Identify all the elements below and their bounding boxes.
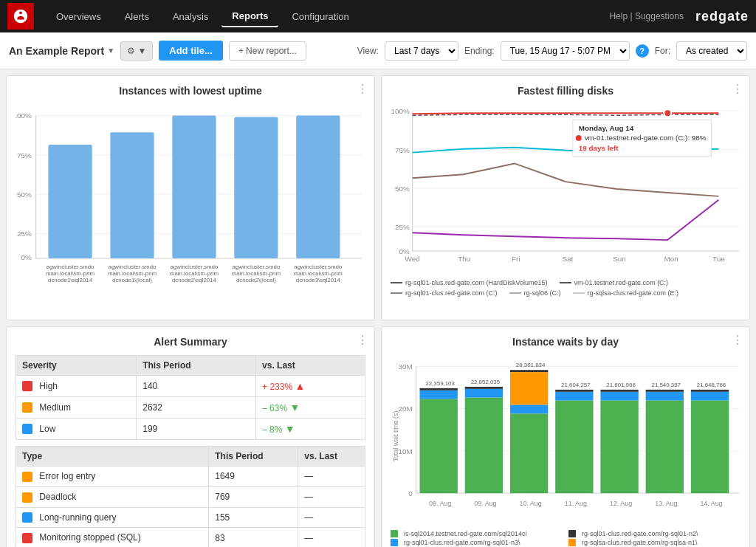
svg-rect-79 bbox=[510, 413, 548, 493]
main-content: ⋮ Instances with lowest uptime 100% 75% … bbox=[0, 69, 756, 547]
svg-text:100%: 100% bbox=[16, 111, 32, 120]
table-row: Monitoring stopped (SQL) 83 — bbox=[16, 528, 365, 547]
error-log-period: 1649 bbox=[209, 467, 298, 487]
svg-rect-78 bbox=[510, 405, 548, 414]
toolbar: An Example Report ▼ ⚙ ▼ Add tile... + Ne… bbox=[0, 32, 756, 69]
low-severity-indicator bbox=[22, 424, 32, 434]
filling-disks-legend: rg-sql01-clus.red-gate.com (HardDiskVolu… bbox=[391, 279, 740, 297]
view-controls: View: Last 7 days Ending: Tue, 15 Aug 17… bbox=[357, 41, 747, 61]
high-severity-indicator bbox=[22, 381, 32, 391]
nav-item-configuration[interactable]: Configuration bbox=[281, 7, 359, 27]
alert-severity-table: Severity This Period vs. Last High 140 +… bbox=[16, 355, 365, 440]
svg-rect-14 bbox=[234, 117, 278, 258]
high-label: High bbox=[39, 381, 58, 391]
svg-rect-73 bbox=[465, 398, 503, 493]
instance-waits-tile: ⋮ Instance waits by day Total wait time … bbox=[381, 326, 750, 547]
svg-text:10. Aug: 10. Aug bbox=[520, 500, 542, 507]
error-log-label: Error log entry bbox=[39, 471, 95, 481]
legend-item-3: rg-sql01-clus.red-gate.com (C:) bbox=[391, 289, 498, 297]
help-icon[interactable]: ? bbox=[636, 44, 649, 58]
filling-disks-tile-menu[interactable]: ⋮ bbox=[732, 82, 743, 96]
svg-text:21,601,986: 21,601,986 bbox=[606, 382, 636, 388]
table-row: Low 199 – 8% ▼ bbox=[16, 419, 365, 440]
svg-text:75%: 75% bbox=[395, 146, 410, 154]
type-period-header: This Period bbox=[209, 447, 298, 467]
svg-rect-94 bbox=[646, 401, 684, 493]
svg-text:11. Aug: 11. Aug bbox=[565, 500, 587, 507]
monitoring-stopped-label: Monitoring stopped (SQL) bbox=[39, 532, 140, 543]
legend-item-waits-1: is-sql2014.testnet.red-gate.com/sql2014c… bbox=[391, 530, 563, 537]
view-select[interactable]: Last 7 days bbox=[385, 41, 458, 61]
add-tile-button[interactable]: Add tile... bbox=[159, 41, 223, 61]
gear-button[interactable]: ⚙ ▼ bbox=[120, 41, 153, 61]
app-logo[interactable] bbox=[7, 3, 34, 30]
low-vs-last: – 8% ▼ bbox=[256, 419, 365, 440]
legend-item-5: rg-sqlsa-clus.red-gate.com (E:) bbox=[573, 289, 679, 297]
svg-text:agwincluster.smdo: agwincluster.smdo bbox=[232, 264, 281, 270]
svg-rect-67 bbox=[420, 391, 458, 399]
uptime-tile-menu[interactable]: ⋮ bbox=[357, 82, 368, 96]
ending-label: Ending: bbox=[464, 46, 495, 56]
low-period: 199 bbox=[137, 419, 256, 440]
svg-rect-83 bbox=[555, 392, 593, 401]
new-report-button[interactable]: + New report... bbox=[229, 41, 306, 61]
nav-item-overviews[interactable]: Overviews bbox=[46, 7, 111, 27]
deadlock-label: Deadlock bbox=[39, 492, 76, 502]
nav-item-alerts[interactable]: Alerts bbox=[114, 7, 159, 27]
svg-text:dcnode1\sql2014: dcnode1\sql2014 bbox=[48, 277, 93, 283]
legend-item-4: rg-sql06 (C:) bbox=[509, 289, 561, 297]
svg-text:dcnode1\(local): dcnode1\(local) bbox=[112, 277, 152, 283]
svg-text:Mon: Mon bbox=[664, 255, 678, 263]
table-row: Error log entry 1649 — bbox=[16, 467, 365, 487]
svg-rect-15 bbox=[296, 115, 340, 258]
medium-severity-indicator bbox=[22, 402, 32, 413]
svg-text:50%: 50% bbox=[17, 190, 32, 199]
svg-text:21,540,387: 21,540,387 bbox=[652, 382, 681, 388]
monitoring-stopped-period: 83 bbox=[209, 528, 298, 547]
long-query-period: 155 bbox=[209, 507, 298, 528]
svg-rect-76 bbox=[510, 370, 548, 372]
svg-text:dcnode2\(local): dcnode2\(local) bbox=[236, 277, 276, 283]
svg-rect-71 bbox=[465, 387, 503, 389]
svg-text:09. Aug: 09. Aug bbox=[474, 500, 496, 507]
alert-summary-tile: ⋮ Alert Summary Severity This Period vs.… bbox=[6, 326, 375, 547]
view-label: View: bbox=[357, 46, 379, 56]
high-severity-cell: High bbox=[16, 376, 137, 397]
medium-severity-cell: Medium bbox=[16, 397, 137, 419]
table-row: High 140 + 233% ▲ bbox=[16, 376, 365, 397]
svg-text:10M: 10M bbox=[398, 447, 412, 455]
table-row: Medium 2632 – 63% ▼ bbox=[16, 397, 365, 419]
alert-summary-tile-menu[interactable]: ⋮ bbox=[357, 333, 368, 347]
svg-text:main.local\sm-prim: main.local\sm-prim bbox=[46, 270, 95, 277]
svg-rect-12 bbox=[110, 132, 154, 258]
medium-period: 2632 bbox=[137, 397, 256, 419]
instance-waits-legend: is-sql2014.testnet.red-gate.com/sql2014c… bbox=[391, 530, 740, 547]
help-link[interactable]: Help | Suggestions bbox=[609, 11, 684, 21]
svg-text:agwincluster.smdo: agwincluster.smdo bbox=[294, 264, 343, 270]
svg-text:main.local\sm-prim: main.local\sm-prim bbox=[170, 270, 219, 277]
for-select[interactable]: As created bbox=[676, 41, 747, 61]
uptime-title: Instances with lowest uptime bbox=[16, 85, 365, 97]
table-row: Deadlock 769 — bbox=[16, 486, 365, 507]
nav-item-analysis[interactable]: Analysis bbox=[162, 7, 219, 27]
instance-waits-tile-menu[interactable]: ⋮ bbox=[732, 333, 743, 347]
report-dropdown-arrow[interactable]: ▼ bbox=[107, 47, 114, 55]
svg-point-42 bbox=[664, 109, 671, 117]
instance-waits-title: Instance waits by day bbox=[391, 336, 740, 348]
legend-item-waits-4: rg-sqlsa-clus.red-gate.com/rg-sqlsa-n1\ bbox=[568, 539, 740, 546]
svg-rect-11 bbox=[48, 145, 92, 258]
uptime-tile: ⋮ Instances with lowest uptime 100% 75% … bbox=[6, 75, 375, 320]
deadlock-vs: — bbox=[298, 486, 365, 507]
nav-items: Overviews Alerts Analysis Reports Config… bbox=[46, 6, 609, 27]
svg-text:08. Aug: 08. Aug bbox=[429, 500, 451, 507]
high-vs-last: + 233% ▲ bbox=[256, 376, 365, 397]
svg-text:25%: 25% bbox=[395, 223, 410, 231]
vs-last-col-header: vs. Last bbox=[256, 356, 365, 376]
nav-item-reports[interactable]: Reports bbox=[221, 6, 278, 27]
monitoring-stopped-vs: — bbox=[298, 528, 365, 547]
error-log-vs: — bbox=[298, 467, 365, 487]
legend-item-1: rg-sql01-clus.red-gate.com (HardDiskVolu… bbox=[391, 279, 548, 286]
ending-select[interactable]: Tue, 15 Aug 17 - 5:07 PM bbox=[501, 41, 630, 61]
brand-name: redgate bbox=[695, 9, 749, 24]
legend-item-2: vm-01.testnet.red-gate.com (C:) bbox=[560, 279, 669, 286]
